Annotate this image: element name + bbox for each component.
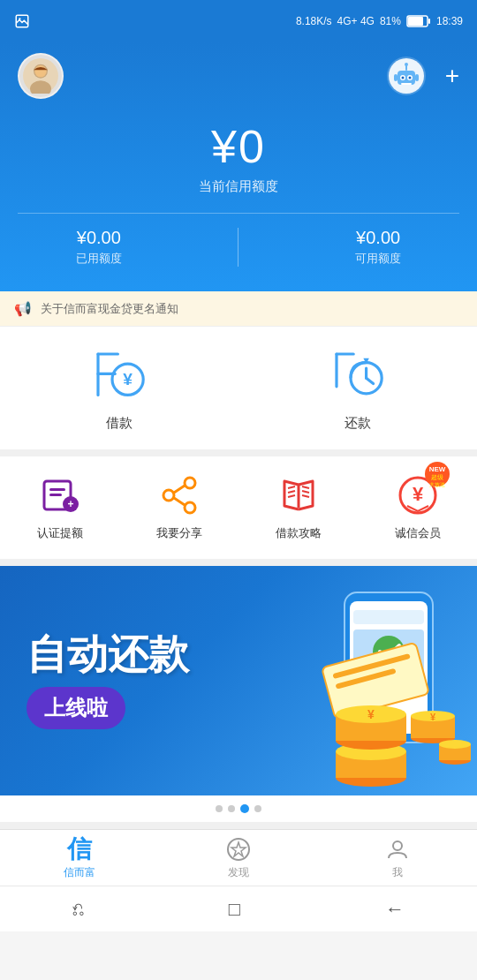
sub-actions: + 认证提额 我要分享 <box>0 456 477 566</box>
avatar-image <box>23 58 58 94</box>
header: + ¥0 当前信用额度 ¥0.00 已用额度 ¥0.00 可用额度 <box>0 42 477 291</box>
svg-point-76 <box>439 740 471 749</box>
available-label: 可用额度 <box>355 251 401 267</box>
svg-line-30 <box>367 378 374 383</box>
nav-discover-label: 发现 <box>228 865 249 880</box>
svg-text:NEW: NEW <box>428 465 445 473</box>
svg-text:+: + <box>67 498 73 510</box>
available-amount: ¥0.00 <box>355 228 401 248</box>
battery-text: 81% <box>380 15 401 27</box>
repay-label: 还款 <box>344 415 371 432</box>
nav-home[interactable]: 信 信而富 <box>0 837 159 880</box>
home-button[interactable]: □ <box>229 898 240 921</box>
svg-rect-56 <box>353 610 424 624</box>
nav-home-icon: 信 <box>67 837 92 862</box>
recent-apps-button[interactable]: ⎌ <box>72 898 84 921</box>
balance-label: 当前信用额度 <box>18 178 459 195</box>
discover-icon <box>226 837 251 862</box>
svg-line-46 <box>302 491 309 493</box>
svg-marker-78 <box>231 842 246 856</box>
banner-dots <box>0 795 477 822</box>
svg-line-40 <box>174 486 185 493</box>
svg-line-41 <box>174 498 185 505</box>
balance-row: ¥0.00 已用额度 ¥0.00 可用额度 <box>18 213 459 267</box>
svg-text:¥: ¥ <box>123 370 132 388</box>
back-button[interactable]: ← <box>385 898 405 921</box>
svg-rect-19 <box>394 74 398 81</box>
repay-icon <box>329 347 386 403</box>
add-button[interactable]: + <box>445 62 459 90</box>
notice-bar[interactable]: 📢 关于信而富现金贷更名通知 <box>0 291 477 327</box>
nav-me-label: 我 <box>392 865 403 880</box>
svg-point-79 <box>393 841 402 850</box>
guide-label: 借款攻略 <box>276 525 322 541</box>
balance-amount: ¥0 <box>18 120 459 173</box>
svg-line-42 <box>288 486 295 488</box>
notice-text: 关于信而富现金贷更名通知 <box>41 301 178 317</box>
svg-rect-20 <box>415 74 419 81</box>
divider <box>238 228 238 267</box>
banner-main-text: 自动还款 <box>26 632 189 677</box>
svg-line-44 <box>288 495 295 497</box>
nav-discover[interactable]: 发现 <box>159 837 318 880</box>
header-top: + <box>18 53 459 99</box>
status-right: 8.18K/s 4G+ 4G 81% 18:39 <box>296 15 463 27</box>
verify-action[interactable]: + 认证提额 <box>0 472 119 541</box>
svg-point-18 <box>405 63 408 66</box>
available-balance: ¥0.00 可用额度 <box>355 228 401 267</box>
member-action[interactable]: NEW 超级 大放送 ¥ 诚信会员 <box>358 472 477 541</box>
svg-rect-3 <box>428 19 430 24</box>
svg-text:超级: 超级 <box>431 474 443 480</box>
svg-rect-4 <box>408 17 423 26</box>
battery-icon <box>406 15 431 27</box>
svg-line-47 <box>302 495 309 497</box>
borrow-action[interactable]: ¥ 借款 <box>0 344 238 432</box>
svg-rect-26 <box>335 352 337 388</box>
dot-3 <box>240 804 249 813</box>
used-label: 已用额度 <box>76 251 122 267</box>
hot-badge: NEW 超级 大放送 <box>421 460 453 495</box>
share-label: 我要分享 <box>156 525 202 541</box>
status-left <box>14 13 30 29</box>
repay-icon-wrap <box>327 344 389 406</box>
status-bar: 8.18K/s 4G+ 4G 81% 18:39 <box>0 0 477 42</box>
bottom-nav: 信 信而富 发现 我 <box>0 829 477 886</box>
svg-rect-22 <box>96 352 119 355</box>
notice-icon: 📢 <box>14 300 32 317</box>
borrow-label: 借款 <box>106 415 132 432</box>
nav-me[interactable]: 我 <box>318 837 477 880</box>
guide-icon <box>276 472 322 518</box>
main-actions: ¥ 借款 还款 <box>0 327 477 456</box>
share-svg <box>156 472 202 518</box>
borrow-icon: ¥ <box>91 347 148 403</box>
guide-action[interactable]: 借款攻略 <box>238 472 358 541</box>
robot-icon[interactable] <box>385 55 428 97</box>
svg-point-37 <box>185 478 195 488</box>
banner-section: 自动还款 上线啦 还款成功 <box>0 566 477 829</box>
guide-svg <box>276 472 322 518</box>
svg-line-45 <box>302 486 309 488</box>
used-balance: ¥0.00 已用额度 <box>76 228 122 267</box>
verify-svg: + <box>37 472 83 518</box>
dot-1 <box>216 805 223 812</box>
svg-text:大放送: 大放送 <box>429 482 445 487</box>
member-label: 诚信会员 <box>395 525 441 541</box>
svg-rect-16 <box>401 83 412 85</box>
speed-text: 8.18K/s <box>296 15 332 27</box>
share-icon <box>156 472 202 518</box>
banner-slide[interactable]: 自动还款 上线啦 还款成功 <box>0 566 477 795</box>
share-action[interactable]: 我要分享 <box>119 472 238 541</box>
banner-text-area: 自动还款 上线啦 <box>0 606 216 757</box>
svg-rect-27 <box>335 352 354 355</box>
balance-section: ¥0 当前信用额度 ¥0.00 已用额度 ¥0.00 可用额度 <box>18 120 459 267</box>
network-text: 4G+ 4G <box>337 15 375 27</box>
dot-4 <box>254 805 261 812</box>
banner-sub-text: 上线啦 <box>26 687 125 729</box>
gallery-icon <box>14 13 30 29</box>
coins-illustration: ¥ ¥ <box>318 690 477 795</box>
verify-icon: + <box>37 472 83 518</box>
repay-action[interactable]: 还款 <box>238 344 477 432</box>
svg-rect-33 <box>49 488 65 491</box>
avatar[interactable] <box>18 53 64 99</box>
me-icon <box>385 837 410 862</box>
